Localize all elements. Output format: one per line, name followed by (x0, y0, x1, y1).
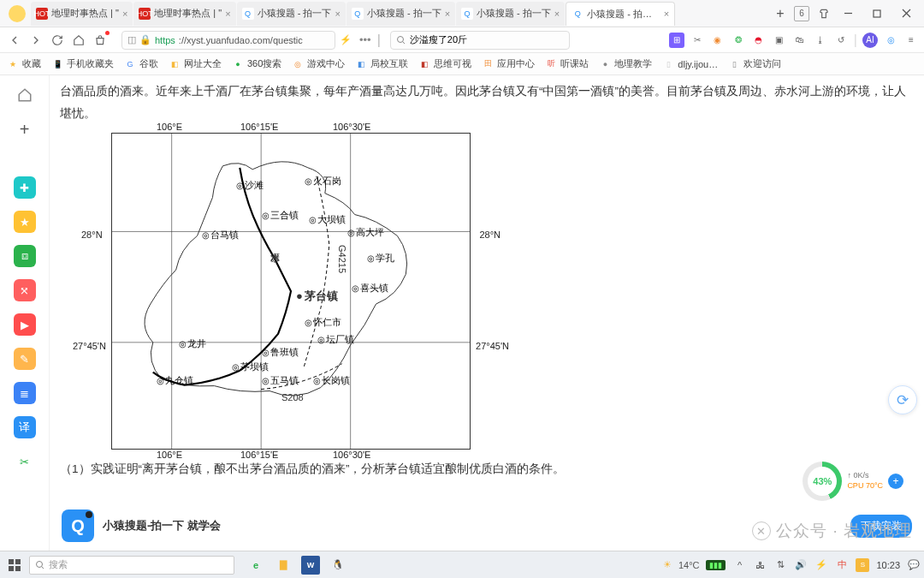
ext-grid-icon[interactable]: ⊞ (669, 33, 684, 48)
tab-close-icon[interactable]: × (335, 9, 340, 19)
tray-sg-icon[interactable]: S (856, 558, 869, 572)
bookmark-item[interactable]: 田应用中心 (482, 57, 535, 70)
side-rocket-icon[interactable]: ⤧ (14, 279, 36, 301)
road-label-1: S208 (281, 389, 304, 407)
profile-avatar[interactable] (9, 5, 26, 22)
skin-icon[interactable] (814, 4, 833, 23)
question-1: （1）实践证明“离开茅台镇，酿不出茅台酒品质的酒来”，分析茅台镇适宜酿制优质白酒… (60, 458, 907, 480)
ext-history-icon[interactable]: ↺ (833, 33, 849, 48)
shop-icon[interactable] (91, 31, 110, 50)
bookmark-item[interactable]: ●360搜索 (232, 57, 281, 70)
perf-plus-button[interactable]: + (888, 474, 903, 489)
maximize-button[interactable] (862, 3, 891, 24)
tray-notif-icon[interactable]: 💬 (907, 558, 921, 572)
side-home-icon[interactable] (14, 84, 36, 106)
tab-close-icon[interactable]: × (225, 9, 230, 19)
floating-refresh-button[interactable]: ⟳ (888, 385, 917, 414)
side-video-icon[interactable]: ▶ (14, 313, 36, 336)
minimize-button[interactable] (833, 3, 862, 24)
extension-icons: ⊞ ✂ ◉ ❂ ◓ ▣ 🛍 ⭳ ↺ | AI ◎ ≡ (669, 33, 919, 48)
bookmark-item[interactable]: 📱手机收藏夹 (51, 57, 114, 70)
task-word-icon[interactable]: W (301, 556, 320, 575)
bookmark-item[interactable]: ▯欢迎访问 (728, 57, 781, 70)
tab-close-icon[interactable]: × (445, 9, 450, 19)
bookmark-item[interactable]: G谷歌 (124, 57, 158, 70)
side-edit-icon[interactable]: ✎ (14, 348, 36, 370)
bookmark-label: 欢迎访问 (743, 57, 781, 70)
bookmark-item[interactable]: ◧思维可视 (418, 57, 471, 70)
lon-label-2: 106°30'E (333, 118, 370, 136)
tray-ime-icon[interactable]: 中 (835, 558, 849, 572)
ext-download-icon[interactable]: ⭳ (813, 33, 828, 48)
bookmark-item[interactable]: ●地理教学 (599, 57, 652, 70)
side-puzzle-icon[interactable]: ✚ (14, 176, 36, 199)
bookmark-item[interactable]: 听听课站 (545, 57, 589, 70)
task-qq-icon[interactable]: 🐧 (329, 556, 347, 575)
close-window-button[interactable] (891, 3, 921, 24)
tray-wifi-icon[interactable]: ⇅ (773, 558, 787, 572)
tab-close-icon[interactable]: × (554, 9, 560, 19)
tab-close-icon[interactable]: × (122, 9, 127, 19)
tab-label: 小猿搜题 - 拍一下 (258, 7, 332, 20)
task-ie-icon[interactable]: e (246, 556, 265, 575)
ext-camera-icon[interactable]: ◉ (710, 33, 726, 48)
browser-tab[interactable]: Q小猿搜题 - 拍一下× (456, 2, 565, 26)
reload-button[interactable] (48, 31, 67, 50)
ext-shop-icon[interactable]: 🛍 (792, 33, 808, 48)
home-button[interactable] (69, 31, 88, 50)
menu-icon[interactable]: ≡ (903, 33, 919, 48)
bookmarks-bar: ★收藏📱手机收藏夹G谷歌◧网址大全●360搜索◎游戏中心◧局校互联◧思维可视田应… (0, 53, 924, 75)
bookmark-icon: ▯ (662, 58, 674, 70)
bookmark-item[interactable]: ★收藏 (7, 57, 41, 70)
side-scissors-icon[interactable]: ✂ (14, 450, 36, 473)
clock-text[interactable]: 10:23 (876, 560, 900, 570)
ext-scissors-icon[interactable]: ✂ (690, 33, 705, 48)
browser-tab[interactable]: Q小猿搜题 - 拍一下× (346, 2, 455, 26)
tab-label: 地理时事热点 | " (154, 7, 222, 20)
taskbar-search[interactable]: 搜索 (29, 556, 234, 575)
url-box[interactable]: ◫ 🔒 https://xyst.yuanfudao.com/questic (121, 31, 335, 50)
tab-close-icon[interactable]: × (664, 9, 669, 19)
tray-vol-icon[interactable]: 🔊 (794, 558, 808, 572)
ext-target-icon[interactable]: ◎ (883, 33, 898, 48)
tray-badge[interactable]: ▮▮▮ (706, 560, 726, 570)
browser-tab[interactable]: HOT地理时事热点 | "× (31, 2, 133, 26)
task-folder-icon[interactable]: ▇ (274, 556, 293, 575)
side-star-icon[interactable]: ★ (14, 211, 36, 233)
performance-widget[interactable]: 43% ↑ 0K/s CPU 70°C + (803, 462, 903, 501)
side-add-icon[interactable]: + (14, 118, 36, 140)
town-label: 龙井 (179, 335, 206, 353)
svg-line-5 (402, 41, 405, 44)
svg-rect-12 (15, 559, 21, 564)
ext-weibo-icon[interactable]: ◓ (751, 33, 767, 48)
browser-tab[interactable]: Q小猿搜题 - 拍一下× (237, 2, 346, 26)
side-image-icon[interactable]: ⧈ (14, 245, 36, 267)
bolt-icon[interactable]: ⚡ (340, 34, 352, 45)
back-button[interactable] (5, 31, 24, 50)
search-box[interactable]: 沙溢瘦了20斤 (390, 31, 570, 50)
bookmark-icon: ● (599, 58, 611, 70)
browser-tab[interactable]: Q小猿搜题 - 拍一下× (566, 2, 675, 26)
ext-wechat-icon[interactable]: ❂ (731, 33, 746, 48)
side-doc-icon[interactable]: ≣ (14, 382, 36, 404)
window-count-badge[interactable]: 6 (794, 6, 809, 21)
ext-gallery-icon[interactable]: ▣ (772, 33, 787, 48)
bookmark-item[interactable]: ▯dljy.ijou… (662, 58, 718, 70)
more-options[interactable]: ••• (359, 33, 371, 46)
browser-tab[interactable]: HOT地理时事热点 | "× (133, 2, 235, 26)
tab-label: 地理时事热点 | " (51, 7, 119, 20)
forward-button[interactable] (27, 31, 45, 50)
ext-ai-icon[interactable]: AI (862, 33, 878, 48)
tray-power-icon[interactable]: ⚡ (814, 558, 828, 572)
start-button[interactable] (3, 556, 26, 575)
tray-up-icon[interactable]: ^ (732, 558, 746, 572)
bookmark-item[interactable]: ◧局校互联 (355, 57, 408, 70)
weather-icon[interactable]: ☀ (663, 559, 672, 570)
side-translate-icon[interactable]: 译 (14, 416, 36, 438)
tray-net-icon[interactable]: 🖧 (753, 558, 767, 572)
download-button[interactable]: 下载安装 (850, 515, 912, 538)
bookmark-item[interactable]: ◧网址大全 (169, 57, 222, 70)
new-tab-button[interactable]: + (772, 5, 789, 22)
bookmark-item[interactable]: ◎游戏中心 (292, 57, 345, 70)
promo-app-icon[interactable]: Q (62, 509, 94, 542)
